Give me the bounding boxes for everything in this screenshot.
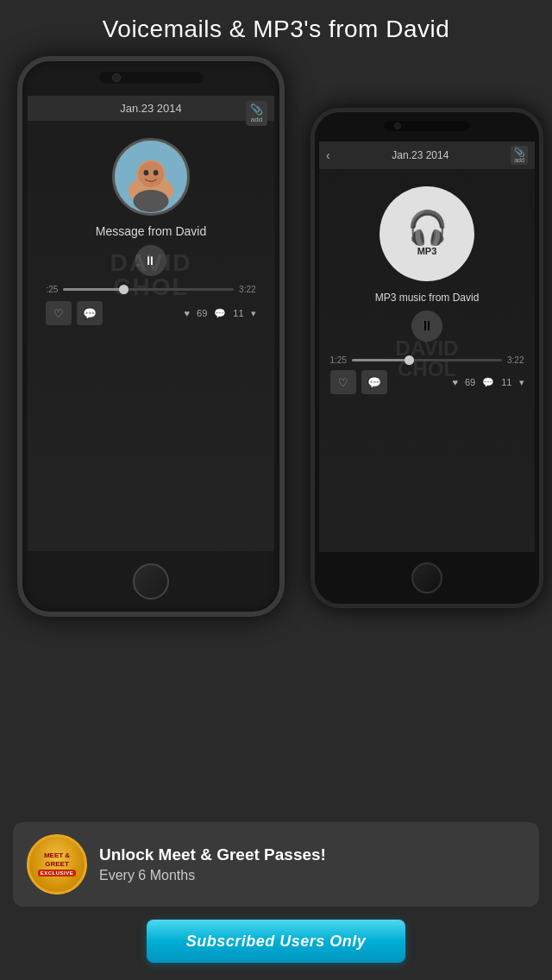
banner-text: Unlock Meet & Greet Passes! Every 6 Mont… — [99, 845, 525, 883]
right-progress-fill — [352, 359, 409, 361]
right-add-label: add — [514, 157, 524, 163]
left-comments-count: 11 — [233, 308, 243, 318]
left-avatar — [112, 138, 190, 216]
left-heart-button[interactable]: ♡ — [46, 301, 72, 325]
left-chevron: ▾ — [251, 308, 256, 319]
badge-exclusive-label: EXCLUSIVE — [38, 870, 77, 876]
left-comment-button[interactable]: 💬 — [77, 301, 103, 325]
headphone-icon: 🎧 — [407, 211, 448, 244]
right-pause-icon: ⏸ — [420, 318, 434, 334]
right-date: Jan.23 2014 — [336, 149, 505, 161]
svg-point-4 — [138, 161, 164, 187]
left-likes-row: ♥ 69 💬 11 ▾ — [185, 308, 256, 319]
right-time-end: 3:22 — [507, 355, 524, 365]
left-message-label: Message from David — [96, 224, 206, 238]
phone-right-screen: ‹ Jan.23 2014 📎 add 🎧 MP3 MP3 music from… — [319, 141, 535, 552]
left-time-end: 3:22 — [239, 285, 255, 294]
bottom-banner: MEET & GREET EXCLUSIVE Unlock Meet & Gre… — [13, 822, 539, 907]
right-home-button[interactable] — [411, 562, 442, 594]
svg-point-6 — [154, 170, 159, 176]
left-screen-content: DAVID CHOL — [28, 121, 274, 325]
heart-icon-small: ♥ — [185, 308, 191, 318]
badge-meet-label: MEET & — [44, 852, 70, 860]
left-actions-row: ♡ 💬 ♥ 69 💬 11 ▾ — [46, 301, 255, 325]
right-heart-button[interactable]: ♡ — [330, 370, 356, 394]
right-likes-count: 69 — [465, 377, 475, 387]
subscribe-label: Subscribed Users Only — [186, 933, 367, 951]
right-comment-icon-small: 💬 — [482, 377, 494, 388]
left-time-start: :25 — [46, 285, 58, 294]
mp3-label: MP3 — [417, 246, 437, 256]
right-progress-track[interactable] — [352, 359, 502, 361]
right-screen-nav: ‹ Jan.23 2014 📎 add — [319, 141, 535, 169]
phones-container: Jan.23 2014 📎 add DAVID CHOL — [0, 56, 552, 677]
right-action-icons: ♡ 💬 — [330, 370, 387, 394]
svg-point-5 — [144, 170, 149, 176]
meet-greet-badge: MEET & GREET EXCLUSIVE — [27, 834, 87, 895]
paperclip-icon: 📎 — [250, 104, 263, 116]
phone-left-camera — [112, 73, 121, 82]
left-home-button[interactable] — [133, 563, 169, 600]
right-chevron: ▾ — [519, 377, 524, 388]
phone-right: ‹ Jan.23 2014 📎 add 🎧 MP3 MP3 music from… — [310, 108, 543, 608]
left-screen-header: Jan.23 2014 📎 add — [28, 96, 274, 121]
avatar-face — [115, 141, 187, 213]
banner-title: Unlock Meet & Greet Passes! — [99, 845, 525, 865]
banner-subtitle: Every 6 Months — [99, 868, 525, 883]
right-time-start: 1:25 — [330, 355, 347, 365]
right-comments-count: 11 — [501, 377, 511, 387]
phone-left-screen: Jan.23 2014 📎 add DAVID CHOL — [28, 96, 274, 551]
svg-point-7 — [133, 190, 168, 212]
left-date: Jan.23 2014 — [120, 102, 182, 115]
back-arrow-icon[interactable]: ‹ — [326, 148, 330, 162]
badge-greet-label: GREET — [45, 860, 69, 868]
right-message-label: MP3 music from David — [319, 292, 535, 304]
subscribe-button[interactable]: Subscribed Users Only — [147, 920, 405, 963]
left-likes-count: 69 — [197, 308, 207, 318]
left-progress-thumb[interactable] — [119, 285, 129, 294]
main-title: Voicemails & MP3's from David — [0, 0, 552, 52]
right-paperclip-icon: 📎 — [514, 148, 524, 157]
comment-icon-small: 💬 — [214, 308, 226, 319]
left-progress-fill — [63, 288, 122, 291]
left-action-icons: ♡ 💬 — [46, 301, 103, 325]
phone-right-camera — [394, 122, 401, 129]
mp3-circle: 🎧 MP3 — [380, 186, 474, 281]
right-comment-button[interactable]: 💬 — [361, 370, 387, 394]
right-add-button[interactable]: 📎 add — [511, 146, 528, 165]
phone-left: Jan.23 2014 📎 add DAVID CHOL — [17, 56, 285, 617]
left-progress-track[interactable] — [63, 288, 234, 291]
right-likes-row: ♥ 69 💬 11 ▾ — [452, 377, 524, 388]
